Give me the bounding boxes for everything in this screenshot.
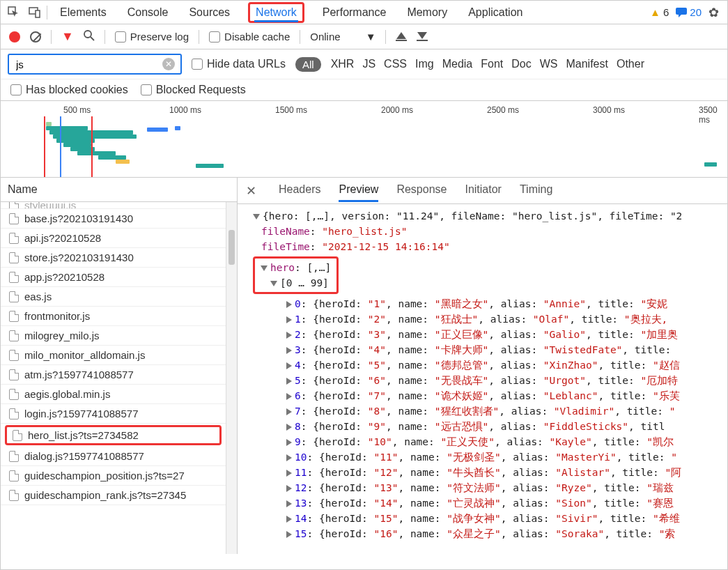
filter-type-other[interactable]: Other: [617, 58, 644, 70]
hide-data-urls-checkbox[interactable]: Hide data URLs: [192, 58, 286, 70]
search-icon[interactable]: [84, 30, 95, 44]
filter-type-all[interactable]: All: [295, 57, 321, 72]
record-button[interactable]: [9, 31, 20, 43]
blocked-cookies-checkbox[interactable]: Has blocked cookies: [10, 84, 128, 96]
time-tick: 1500 ms: [275, 105, 307, 115]
panel-tab-performance[interactable]: Performance: [320, 2, 389, 23]
filter-type-css[interactable]: CSS: [384, 58, 407, 70]
panel-tab-network[interactable]: Network: [248, 2, 304, 23]
request-row[interactable]: api.js?20210528: [1, 229, 226, 248]
panel-tab-memory[interactable]: Memory: [404, 2, 450, 23]
name-column-header[interactable]: Name: [1, 178, 237, 202]
time-tick: 2500 ms: [487, 105, 519, 115]
filter-bar: ✕ Hide data URLs All XHRJSCSSImgMediaFon…: [1, 49, 727, 79]
request-name: milo_monitor_alldomain.js: [24, 349, 145, 361]
request-row[interactable]: login.js?1597741088577: [1, 404, 226, 424]
detail-tab-preview[interactable]: Preview: [339, 179, 378, 202]
blocked-requests-checkbox[interactable]: Blocked Requests: [141, 84, 246, 96]
chevron-down-icon: ▼: [366, 31, 376, 43]
download-har-button[interactable]: [417, 32, 428, 41]
request-row[interactable]: guideschampion_rank.js?ts=27345: [1, 486, 226, 505]
request-row[interactable]: milo_monitor_alldomain.js: [1, 346, 226, 365]
filter-type-font[interactable]: Font: [481, 58, 503, 70]
throttling-dropdown[interactable]: Online ▼: [310, 31, 375, 43]
request-row[interactable]: hero_list.js?ts=2734582: [5, 425, 222, 445]
file-icon: [9, 252, 19, 263]
messages-count: 20: [690, 6, 702, 18]
upload-har-button[interactable]: [396, 32, 407, 41]
preserve-log-checkbox[interactable]: Preserve log: [115, 31, 189, 43]
messages-badge[interactable]: 20: [676, 6, 702, 18]
detail-tab-timing[interactable]: Timing: [520, 179, 552, 202]
warnings-badge[interactable]: ▲ 6: [650, 6, 669, 18]
close-icon[interactable]: ✕: [246, 183, 256, 199]
file-icon: [9, 350, 19, 361]
time-tick: 2000 ms: [381, 105, 413, 115]
filter-text[interactable]: [15, 58, 162, 71]
requests-list[interactable]: styleuuui.jsbase.js?202103191430api.js?2…: [1, 202, 226, 554]
svg-rect-3: [676, 8, 687, 15]
disable-cache-checkbox[interactable]: Disable cache: [209, 31, 290, 43]
file-icon: [9, 490, 19, 501]
panel-tab-elements[interactable]: Elements: [57, 2, 109, 23]
request-row[interactable]: app.js?20210528: [1, 268, 226, 287]
filter-type-media[interactable]: Media: [442, 58, 473, 70]
request-row[interactable]: guideschampion_position.js?ts=27: [1, 466, 226, 486]
device-toggle-icon[interactable]: [26, 3, 44, 22]
timeline-marker: [44, 116, 45, 177]
file-icon: [9, 389, 19, 400]
filter-icon[interactable]: ▼: [61, 29, 74, 44]
message-icon: [676, 8, 687, 17]
timeline-bar: [704, 162, 717, 167]
request-row[interactable]: milogrey_milo.js: [1, 326, 226, 346]
devtools-top-bar: ElementsConsoleSourcesNetworkPerformance…: [1, 1, 727, 24]
file-icon: [9, 233, 19, 244]
request-row[interactable]: frontmonitor.js: [1, 307, 226, 326]
time-tick: 3500 ms: [699, 105, 727, 125]
panel-tab-console[interactable]: Console: [125, 2, 171, 23]
request-row[interactable]: aegis.global.min.js: [1, 385, 226, 404]
detail-tab-response[interactable]: Response: [396, 179, 447, 202]
clear-button[interactable]: [30, 31, 41, 43]
divider: [47, 6, 47, 20]
file-icon: [9, 470, 19, 482]
network-toolbar: ▼ Preserve log Disable cache Online ▼: [1, 24, 727, 49]
inspect-icon[interactable]: [5, 3, 23, 22]
request-name: atm.js?1597741088577: [24, 369, 134, 380]
filter-type-doc[interactable]: Doc: [511, 58, 531, 70]
filter-input[interactable]: ✕: [8, 54, 182, 75]
file-icon: [9, 213, 19, 224]
request-row[interactable]: dialog.js?1597741088577: [1, 447, 226, 466]
file-icon: [9, 330, 19, 341]
scrollbar[interactable]: [226, 202, 237, 554]
request-name: login.js?1597741088577: [24, 408, 138, 419]
timeline-overview[interactable]: 500 ms1000 ms1500 ms2000 ms2500 ms3000 m…: [1, 101, 727, 178]
detail-tab-initiator[interactable]: Initiator: [465, 179, 501, 202]
timeline-bar: [175, 126, 180, 130]
settings-icon[interactable]: ✿: [708, 5, 719, 20]
requests-panel: Name styleuuui.jsbase.js?202103191430api…: [1, 178, 238, 554]
filter-type-js[interactable]: JS: [362, 58, 375, 70]
panel-tab-application[interactable]: Application: [465, 2, 525, 23]
request-row[interactable]: styleuuui.js: [1, 202, 226, 209]
request-name: hero_list.js?ts=2734582: [28, 429, 139, 441]
svg-rect-2: [36, 10, 40, 17]
request-row[interactable]: store.js?202103191430: [1, 248, 226, 268]
panel-tab-sources[interactable]: Sources: [186, 2, 233, 23]
filter-type-ws[interactable]: WS: [540, 58, 558, 70]
clear-filter-icon[interactable]: ✕: [162, 58, 175, 70]
request-name: milogrey_milo.js: [24, 330, 100, 341]
request-name: dialog.js?1597741088577: [24, 450, 144, 462]
filter-type-img[interactable]: Img: [415, 58, 434, 70]
request-row[interactable]: eas.js: [1, 287, 226, 307]
detail-tab-headers[interactable]: Headers: [279, 179, 320, 202]
filter-type-xhr[interactable]: XHR: [331, 58, 355, 70]
warnings-count: 6: [663, 6, 669, 18]
request-row[interactable]: atm.js?1597741088577: [1, 365, 226, 385]
timeline-bar: [147, 128, 168, 132]
hide-data-urls-label: Hide data URLs: [207, 58, 286, 70]
filter-type-manifest[interactable]: Manifest: [566, 58, 607, 70]
file-icon: [9, 408, 19, 419]
json-preview[interactable]: {hero: [,…], version: "11.24", fileName:…: [238, 204, 727, 554]
request-row[interactable]: base.js?202103191430: [1, 209, 226, 229]
